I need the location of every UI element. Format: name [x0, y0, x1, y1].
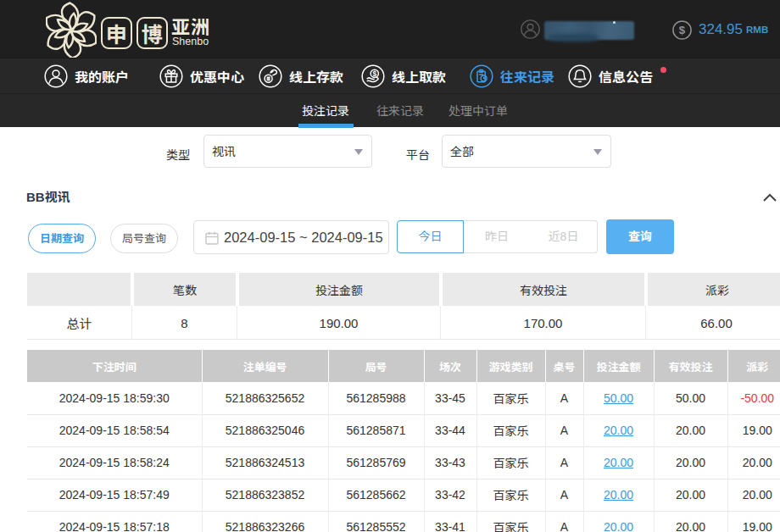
svg-text:$: $ [679, 24, 686, 36]
svg-text:$: $ [372, 69, 376, 78]
